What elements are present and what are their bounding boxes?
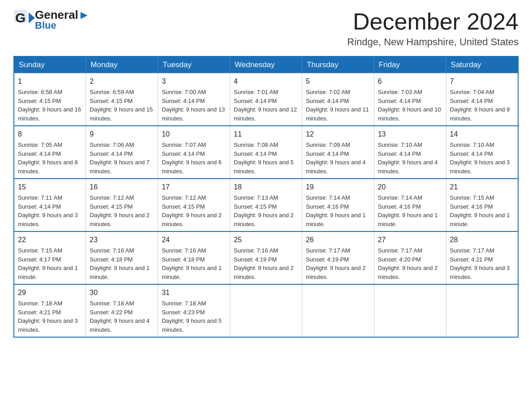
day-number: 3 — [162, 76, 226, 87]
calendar-cell: 5 Sunrise: 7:02 AMSunset: 4:14 PMDayligh… — [302, 73, 374, 126]
calendar-cell: 29 Sunrise: 7:18 AMSunset: 4:21 PMDaylig… — [14, 284, 86, 337]
calendar-week-row: 29 Sunrise: 7:18 AMSunset: 4:21 PMDaylig… — [14, 284, 518, 337]
calendar-cell — [230, 284, 302, 337]
logo: G General► Blue — [13, 9, 90, 30]
page-title: December 2024 — [347, 9, 519, 34]
calendar-cell — [374, 284, 446, 337]
day-number: 25 — [234, 235, 298, 245]
calendar-cell: 10 Sunrise: 7:07 AMSunset: 4:14 PMDaylig… — [158, 126, 230, 179]
calendar-header-friday: Friday — [374, 56, 446, 73]
calendar-cell: 11 Sunrise: 7:08 AMSunset: 4:14 PMDaylig… — [230, 126, 302, 179]
calendar-week-row: 8 Sunrise: 7:05 AMSunset: 4:14 PMDayligh… — [14, 126, 518, 179]
day-number: 1 — [18, 76, 82, 87]
day-info: Sunrise: 7:04 AMSunset: 4:14 PMDaylight:… — [450, 88, 514, 123]
day-info: Sunrise: 7:08 AMSunset: 4:14 PMDaylight:… — [234, 141, 298, 176]
calendar-header-tuesday: Tuesday — [158, 56, 230, 73]
day-number: 15 — [18, 182, 82, 193]
calendar-header-thursday: Thursday — [302, 56, 374, 73]
day-info: Sunrise: 7:15 AMSunset: 4:16 PMDaylight:… — [450, 193, 514, 228]
calendar-cell: 19 Sunrise: 7:14 AMSunset: 4:16 PMDaylig… — [302, 179, 374, 231]
calendar-header-monday: Monday — [86, 56, 158, 73]
day-number: 31 — [162, 287, 226, 298]
day-number: 23 — [90, 235, 154, 245]
day-number: 27 — [378, 235, 442, 245]
calendar-cell: 16 Sunrise: 7:12 AMSunset: 4:15 PMDaylig… — [86, 179, 158, 231]
calendar-cell: 15 Sunrise: 7:11 AMSunset: 4:14 PMDaylig… — [14, 179, 86, 231]
day-number: 10 — [162, 129, 226, 140]
day-info: Sunrise: 7:14 AMSunset: 4:16 PMDaylight:… — [378, 193, 442, 228]
calendar-week-row: 1 Sunrise: 6:58 AMSunset: 4:15 PMDayligh… — [14, 73, 518, 126]
day-info: Sunrise: 7:16 AMSunset: 4:18 PMDaylight:… — [162, 246, 226, 281]
day-info: Sunrise: 7:10 AMSunset: 4:14 PMDaylight:… — [378, 141, 442, 176]
day-info: Sunrise: 7:16 AMSunset: 4:18 PMDaylight:… — [90, 246, 154, 281]
day-number: 19 — [306, 182, 370, 193]
day-info: Sunrise: 7:18 AMSunset: 4:22 PMDaylight:… — [90, 299, 154, 334]
calendar-cell: 13 Sunrise: 7:10 AMSunset: 4:14 PMDaylig… — [374, 126, 446, 179]
day-info: Sunrise: 7:09 AMSunset: 4:14 PMDaylight:… — [306, 141, 370, 176]
calendar-cell: 14 Sunrise: 7:10 AMSunset: 4:14 PMDaylig… — [446, 126, 518, 179]
day-info: Sunrise: 7:16 AMSunset: 4:19 PMDaylight:… — [234, 246, 298, 281]
calendar-cell: 4 Sunrise: 7:01 AMSunset: 4:14 PMDayligh… — [230, 73, 302, 126]
calendar-cell: 22 Sunrise: 7:15 AMSunset: 4:17 PMDaylig… — [14, 231, 86, 284]
day-info: Sunrise: 7:11 AMSunset: 4:14 PMDaylight:… — [18, 193, 82, 228]
day-info: Sunrise: 7:01 AMSunset: 4:14 PMDaylight:… — [234, 88, 298, 123]
calendar-cell: 18 Sunrise: 7:13 AMSunset: 4:15 PMDaylig… — [230, 179, 302, 231]
day-number: 30 — [90, 287, 154, 298]
calendar-header-sunday: Sunday — [14, 56, 86, 73]
day-info: Sunrise: 7:12 AMSunset: 4:15 PMDaylight:… — [90, 193, 154, 228]
day-number: 28 — [450, 235, 514, 245]
calendar-cell: 25 Sunrise: 7:16 AMSunset: 4:19 PMDaylig… — [230, 231, 302, 284]
logo-text: General► — [35, 9, 90, 21]
calendar-cell: 26 Sunrise: 7:17 AMSunset: 4:19 PMDaylig… — [302, 231, 374, 284]
day-info: Sunrise: 7:17 AMSunset: 4:21 PMDaylight:… — [450, 246, 514, 281]
day-number: 6 — [378, 76, 442, 87]
calendar-header-row: SundayMondayTuesdayWednesdayThursdayFrid… — [14, 56, 518, 73]
calendar-cell: 1 Sunrise: 6:58 AMSunset: 4:15 PMDayligh… — [14, 73, 86, 126]
day-info: Sunrise: 7:13 AMSunset: 4:15 PMDaylight:… — [234, 193, 298, 228]
day-number: 26 — [306, 235, 370, 245]
day-number: 14 — [450, 129, 514, 140]
day-info: Sunrise: 7:02 AMSunset: 4:14 PMDaylight:… — [306, 88, 370, 123]
day-info: Sunrise: 7:00 AMSunset: 4:14 PMDaylight:… — [162, 88, 226, 123]
subtitle: Rindge, New Hampshire, United States — [347, 36, 519, 48]
calendar-cell: 30 Sunrise: 7:18 AMSunset: 4:22 PMDaylig… — [86, 284, 158, 337]
day-number: 18 — [234, 182, 298, 193]
calendar-cell: 12 Sunrise: 7:09 AMSunset: 4:14 PMDaylig… — [302, 126, 374, 179]
day-number: 17 — [162, 182, 226, 193]
day-info: Sunrise: 7:18 AMSunset: 4:21 PMDaylight:… — [18, 299, 82, 334]
svg-marker-2 — [29, 13, 35, 23]
day-number: 2 — [90, 76, 154, 87]
day-number: 29 — [18, 287, 82, 298]
calendar-cell: 20 Sunrise: 7:14 AMSunset: 4:16 PMDaylig… — [374, 179, 446, 231]
day-info: Sunrise: 7:12 AMSunset: 4:15 PMDaylight:… — [162, 193, 226, 228]
calendar-week-row: 15 Sunrise: 7:11 AMSunset: 4:14 PMDaylig… — [14, 179, 518, 231]
title-area: December 2024 Rindge, New Hampshire, Uni… — [347, 9, 519, 48]
day-number: 22 — [18, 235, 82, 245]
day-number: 11 — [234, 129, 298, 140]
day-info: Sunrise: 7:18 AMSunset: 4:23 PMDaylight:… — [162, 299, 226, 334]
day-info: Sunrise: 7:17 AMSunset: 4:19 PMDaylight:… — [306, 246, 370, 281]
day-number: 20 — [378, 182, 442, 193]
calendar-cell: 2 Sunrise: 6:59 AMSunset: 4:15 PMDayligh… — [86, 73, 158, 126]
day-number: 8 — [18, 129, 82, 140]
page-header: G General► Blue December 2024 Rindge, Ne… — [13, 9, 519, 48]
calendar-header-wednesday: Wednesday — [230, 56, 302, 73]
day-info: Sunrise: 7:07 AMSunset: 4:14 PMDaylight:… — [162, 141, 226, 176]
calendar-cell: 6 Sunrise: 7:03 AMSunset: 4:14 PMDayligh… — [374, 73, 446, 126]
day-number: 4 — [234, 76, 298, 87]
day-number: 7 — [450, 76, 514, 87]
day-number: 16 — [90, 182, 154, 193]
calendar-header-saturday: Saturday — [446, 56, 518, 73]
calendar-table: SundayMondayTuesdayWednesdayThursdayFrid… — [13, 56, 519, 338]
calendar-cell: 21 Sunrise: 7:15 AMSunset: 4:16 PMDaylig… — [446, 179, 518, 231]
calendar-cell — [446, 284, 518, 337]
calendar-cell: 28 Sunrise: 7:17 AMSunset: 4:21 PMDaylig… — [446, 231, 518, 284]
day-info: Sunrise: 7:15 AMSunset: 4:17 PMDaylight:… — [18, 246, 82, 281]
day-info: Sunrise: 7:03 AMSunset: 4:14 PMDaylight:… — [378, 88, 442, 123]
day-info: Sunrise: 7:17 AMSunset: 4:20 PMDaylight:… — [378, 246, 442, 281]
calendar-cell: 17 Sunrise: 7:12 AMSunset: 4:15 PMDaylig… — [158, 179, 230, 231]
day-number: 12 — [306, 129, 370, 140]
calendar-week-row: 22 Sunrise: 7:15 AMSunset: 4:17 PMDaylig… — [14, 231, 518, 284]
day-number: 21 — [450, 182, 514, 193]
day-info: Sunrise: 6:58 AMSunset: 4:15 PMDaylight:… — [18, 88, 82, 123]
